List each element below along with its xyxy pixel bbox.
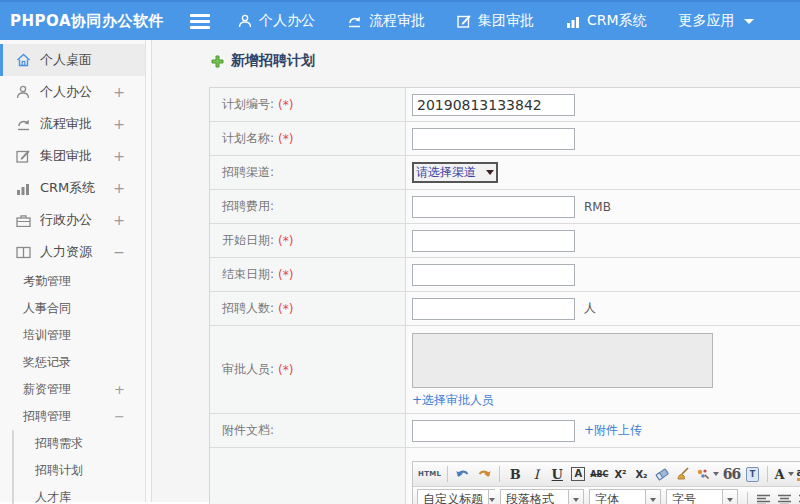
chart-icon (15, 180, 31, 196)
top-menu-more-apps[interactable]: 更多应用 (679, 12, 754, 30)
empty-label-cell (210, 448, 406, 504)
headcount-input[interactable] (412, 298, 575, 320)
form-row-content-editor: HTML B I U A ABC X² X₂ (210, 448, 800, 504)
editor-align-right-button[interactable] (795, 490, 800, 504)
channel-select[interactable]: 请选择渠道 (412, 162, 498, 183)
attachment-input[interactable] (412, 420, 575, 442)
editor-highlight-button[interactable]: ab (796, 464, 800, 484)
expand-icon[interactable]: + (113, 84, 125, 100)
attachment-upload-link[interactable]: +附件上传 (584, 422, 642, 439)
sidebar-subitem-rewards[interactable]: 奖惩记录 (0, 349, 145, 376)
editor-redo-button[interactable] (474, 464, 494, 484)
expand-icon[interactable]: + (113, 212, 125, 228)
editor-underline-button[interactable]: U (547, 464, 567, 484)
field-label: 招聘渠道: (222, 164, 274, 181)
plan-name-input[interactable] (412, 128, 575, 150)
editor-toolbar-row1: HTML B I U A ABC X² X₂ (413, 462, 800, 487)
form-row-attachment: 附件文档: +附件上传 (210, 414, 800, 448)
expand-icon[interactable]: + (113, 116, 125, 132)
sidebar-item-desktop[interactable]: 个人桌面 (0, 44, 145, 76)
field-label: 招聘人数: (222, 300, 274, 317)
field-label: 开始日期: (222, 232, 274, 249)
fee-input[interactable] (412, 196, 575, 218)
start-date-input[interactable] (412, 230, 575, 252)
field-label: 招聘费用: (222, 198, 274, 215)
redo-icon (476, 467, 492, 481)
align-left-icon (756, 494, 771, 504)
expand-icon[interactable]: + (113, 180, 125, 196)
editor-align-left-button[interactable] (753, 490, 773, 504)
sidebar-item-hr[interactable]: 人力资源 − (0, 236, 145, 268)
editor-format-painter-button[interactable] (694, 464, 720, 484)
sidebar-subitem-talent-pool[interactable]: 人才库 (14, 484, 145, 504)
sidebar-subitem-recruit-demand[interactable]: 招聘需求 (14, 430, 145, 457)
top-menu-crm[interactable]: CRM系统 (566, 12, 647, 30)
plan-no-input[interactable] (412, 94, 575, 116)
approvers-textarea[interactable] (412, 333, 713, 388)
editor-undo-button[interactable] (453, 464, 473, 484)
sidebar-item-personal-office[interactable]: 个人办公 + (0, 76, 145, 108)
top-menu-group-approval[interactable]: 集团审批 (457, 12, 534, 30)
form-row-fee: 招聘费用: RMB (210, 190, 800, 224)
editor-paragraph-select[interactable]: 段落格式 (500, 489, 584, 504)
sidebar-item-group-approval[interactable]: 集团审批 + (0, 140, 145, 172)
recruitment-submenu: 招聘需求 招聘计划 人才库 (12, 430, 145, 504)
editor-font-color-button[interactable]: A (773, 464, 794, 484)
editor-italic-button[interactable]: I (526, 464, 546, 484)
required-mark: (*) (278, 302, 293, 316)
collapse-icon[interactable]: − (113, 244, 125, 260)
undo-icon (455, 467, 471, 481)
editor-bold-button[interactable]: B (505, 464, 525, 484)
end-date-input[interactable] (412, 264, 575, 286)
sidebar-subitem-recruitment[interactable]: 招聘管理 − (0, 403, 145, 430)
expand-icon[interactable]: + (113, 148, 125, 164)
sidebar-item-crm[interactable]: CRM系统 + (0, 172, 145, 204)
caret-down-icon (727, 498, 733, 502)
editor-subscript-button[interactable]: X₂ (631, 464, 651, 484)
editor-clean-button[interactable] (673, 464, 693, 484)
caret-down-icon (573, 498, 579, 502)
editor-blockquote-button[interactable]: 66 (721, 464, 741, 484)
top-menu-personal-office[interactable]: 个人办公 (238, 12, 315, 30)
form-row-plan-no: 计划编号: (*) (210, 88, 800, 122)
sidebar-item-workflow-approval[interactable]: 流程审批 + (0, 108, 145, 140)
home-icon (15, 52, 31, 68)
top-menu-workflow-approval[interactable]: 流程审批 (347, 12, 425, 30)
hr-submenu: 考勤管理 人事合同 培训管理 奖惩记录 薪资管理 + 招聘管理 − (0, 268, 145, 504)
sidebar-subitem-salary[interactable]: 薪资管理 + (0, 376, 145, 403)
editor-superscript-button[interactable]: X² (610, 464, 630, 484)
collapse-icon[interactable]: − (114, 409, 125, 424)
editor-strikethrough-button[interactable]: ABC (589, 464, 609, 484)
editor-align-center-button[interactable] (774, 490, 794, 504)
sidebar-subitem-hr-contract[interactable]: 人事合同 (0, 295, 145, 322)
editor-custom-title-select[interactable]: 自定义标题 (417, 489, 495, 504)
user-icon (15, 84, 31, 100)
sidebar-subitem-training[interactable]: 培训管理 (0, 322, 145, 349)
editor-paste-text-button[interactable]: T (742, 464, 762, 484)
sidebar-subitem-recruit-plan[interactable]: 招聘计划 (14, 457, 145, 484)
edit-icon (15, 148, 31, 164)
recruitment-plan-form: 计划编号: (*) 计划名称: (*) 招聘渠道: (209, 87, 800, 504)
sidebar-item-admin-office[interactable]: 行政办公 + (0, 204, 145, 236)
choose-approvers-link[interactable]: +选择审批人员 (412, 392, 494, 409)
field-label: 审批人员: (222, 361, 274, 378)
top-menu: 个人办公 流程审批 集团审批 CRM系统 更多应用 (238, 12, 754, 30)
main-content: 新增招聘计划 计划编号: (*) 计划名称: (*) (152, 40, 800, 502)
briefcase-icon (15, 212, 31, 228)
editor-format-clear-button[interactable] (652, 464, 672, 484)
editor-html-source-button[interactable]: HTML (417, 464, 442, 484)
top-bar: PHPOA协同办公软件 个人办公 流程审批 集团审批 CRM系统 更多应用 (0, 0, 800, 40)
rich-text-editor: HTML B I U A ABC X² X₂ (412, 461, 800, 504)
caret-down-icon (489, 498, 495, 502)
field-label: 结束日期: (222, 266, 274, 283)
editor-font-size-select[interactable]: 字号 (666, 489, 738, 504)
editor-anchor-button[interactable]: A (568, 464, 588, 484)
sidebar-subitem-attendance[interactable]: 考勤管理 (0, 268, 145, 295)
hamburger-menu-icon[interactable] (190, 14, 210, 29)
eraser-icon (654, 467, 670, 481)
editor-toolbar-row2: 自定义标题 段落格式 字体 (413, 487, 800, 504)
required-mark: (*) (278, 98, 293, 112)
expand-icon[interactable]: + (114, 382, 125, 397)
editor-font-family-select[interactable]: 字体 (589, 489, 661, 504)
align-center-icon (777, 494, 792, 504)
